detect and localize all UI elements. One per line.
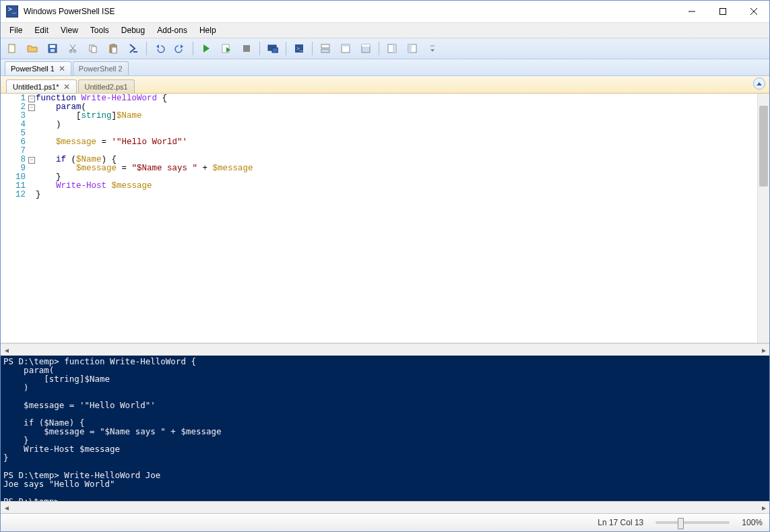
toolbar-separator (312, 42, 313, 55)
svg-rect-8 (51, 49, 55, 52)
run-ps-button[interactable] (124, 40, 143, 57)
toolbar-separator (146, 42, 147, 55)
copy-button[interactable] (84, 40, 102, 57)
open-console-button[interactable]: >_ (290, 40, 309, 57)
tab-label: PowerShell 2 (79, 65, 123, 73)
cut-button[interactable] (63, 40, 82, 57)
svg-marker-40 (430, 49, 435, 52)
svg-rect-34 (362, 44, 370, 46)
paste-button[interactable] (104, 40, 123, 57)
svg-rect-16 (111, 44, 115, 46)
fold-toggle[interactable]: − (28, 94, 36, 103)
powershell-tab[interactable]: PowerShell 1✕ (5, 61, 71, 75)
tab-label: Untitled2.ps1 (85, 83, 128, 91)
save-button[interactable] (43, 40, 62, 57)
console-horizontal-scrollbar[interactable]: ◂ ▸ (1, 501, 769, 513)
window-root: Windows PowerShell ISE FileEditViewTools… (0, 0, 770, 532)
run-selection-button[interactable] (217, 40, 236, 57)
svg-rect-24 (243, 45, 250, 52)
svg-rect-36 (393, 44, 396, 53)
fold-gutter: −−− (28, 94, 36, 343)
editor-horizontal-scrollbar[interactable]: ◂ ▸ (1, 343, 769, 356)
svg-rect-29 (321, 44, 329, 48)
zoom-slider[interactable] (655, 521, 730, 524)
line-number-gutter: 123456789101112 (1, 94, 28, 343)
menu-item-debug[interactable]: Debug (115, 23, 151, 38)
stop-button[interactable] (237, 40, 256, 57)
titlebar: Windows PowerShell ISE (1, 1, 769, 23)
zoom-level: 100% (742, 518, 763, 527)
remote-button[interactable] (263, 40, 282, 57)
svg-rect-32 (342, 44, 350, 46)
minimize-button[interactable] (676, 1, 707, 22)
svg-marker-21 (203, 44, 210, 53)
editor-vertical-scrollbar[interactable] (757, 94, 769, 343)
svg-rect-7 (50, 45, 55, 48)
tab-close-icon[interactable]: ✕ (63, 84, 70, 90)
scroll-right-icon[interactable]: ▸ (758, 502, 769, 513)
scroll-left-icon[interactable]: ◂ (1, 502, 12, 513)
toolbar-separator (286, 42, 286, 55)
powershell-tab[interactable]: PowerShell 2 (73, 61, 129, 75)
script-editor-pane: 123456789101112 −−− function Write-Hello… (1, 94, 769, 343)
code-editor[interactable]: function Write-HelloWord { param( [strin… (36, 94, 757, 343)
overflow-button[interactable] (423, 40, 442, 57)
fold-toggle[interactable]: − (28, 103, 36, 112)
expand-script-pane-button[interactable] (753, 77, 765, 90)
svg-text:>_: >_ (296, 45, 303, 52)
svg-rect-1 (720, 9, 726, 15)
maximize-button[interactable] (707, 1, 738, 22)
open-file-button[interactable] (23, 40, 42, 57)
svg-marker-19 (156, 44, 159, 48)
undo-button[interactable] (150, 40, 169, 57)
file-tabs: Untitled1.ps1*✕Untitled2.ps1 (1, 76, 769, 94)
statusbar: Ln 17 Col 13 100% (1, 513, 769, 531)
app-icon (6, 5, 18, 18)
window-title: Windows PowerShell ISE (24, 7, 676, 16)
menu-item-file[interactable]: File (3, 23, 28, 38)
window-controls (676, 1, 769, 22)
svg-rect-30 (321, 49, 329, 53)
menu-item-help[interactable]: Help (193, 23, 222, 38)
powershell-tabs: PowerShell 1✕PowerShell 2 (1, 59, 769, 76)
close-button[interactable] (738, 1, 769, 22)
show-cmd-button[interactable] (383, 40, 402, 57)
toolbar-separator (379, 42, 379, 55)
layout-both-button[interactable] (316, 40, 335, 57)
scroll-right-icon[interactable]: ▸ (758, 344, 769, 356)
svg-rect-26 (272, 48, 278, 53)
layout-console-button[interactable] (356, 40, 375, 57)
toolbar-separator (259, 42, 260, 55)
toolbar: >_ (1, 38, 769, 59)
svg-marker-20 (181, 44, 183, 48)
show-cmd-addon-button[interactable] (403, 40, 422, 57)
menu-item-tools[interactable]: Tools (84, 23, 115, 38)
tab-close-icon[interactable]: ✕ (59, 65, 65, 72)
svg-rect-17 (112, 47, 117, 53)
file-tab[interactable]: Untitled2.ps1 (78, 79, 135, 93)
console-pane[interactable]: PS D:\temp> function Write-HelloWord { p… (1, 356, 769, 501)
svg-rect-38 (408, 44, 412, 53)
fold-toggle[interactable]: − (28, 156, 36, 164)
run-button[interactable] (197, 40, 216, 57)
redo-button[interactable] (170, 40, 189, 57)
menu-item-view[interactable]: View (55, 23, 84, 38)
menubar: FileEditViewToolsDebugAdd-onsHelp (1, 23, 769, 38)
toolbar-separator (193, 42, 193, 55)
file-tab[interactable]: Untitled1.ps1*✕ (6, 79, 77, 93)
cursor-position: Ln 17 Col 13 (598, 518, 643, 527)
scroll-left-icon[interactable]: ◂ (1, 344, 12, 356)
svg-rect-14 (92, 46, 96, 53)
tab-label: PowerShell 1 (11, 65, 55, 73)
new-file-button[interactable] (3, 40, 22, 57)
tab-label: Untitled1.ps1* (13, 83, 59, 91)
layout-script-button[interactable] (336, 40, 355, 57)
menu-item-edit[interactable]: Edit (28, 23, 55, 38)
menu-item-addons[interactable]: Add-ons (151, 23, 193, 38)
